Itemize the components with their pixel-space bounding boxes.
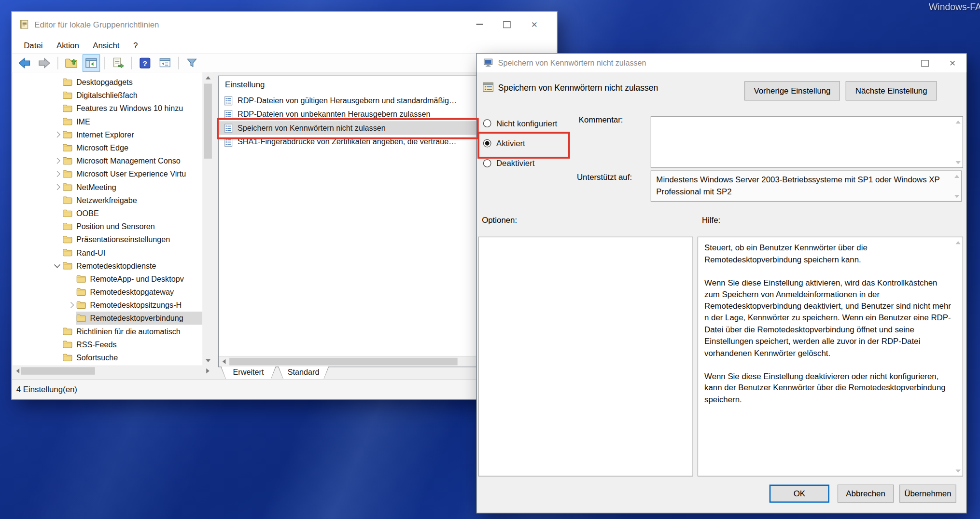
- tree-item-internet-explorer[interactable]: Internet Explorer: [13, 128, 203, 141]
- radio-label: Nicht konfiguriert: [496, 118, 557, 127]
- tree-item-highlight: Sofortsuche: [62, 351, 202, 364]
- up-folder-icon[interactable]: [62, 55, 80, 72]
- apply-button[interactable]: Übernehmen: [899, 485, 956, 503]
- close-button[interactable]: ✕: [520, 12, 548, 37]
- export-list-icon[interactable]: [110, 55, 127, 72]
- radio-circle: [483, 119, 491, 127]
- tree-item-rss-feeds[interactable]: RSS-Feeds: [13, 338, 203, 351]
- console-tree-icon[interactable]: [83, 55, 100, 72]
- tree-item-netmeeting[interactable]: NetMeeting: [13, 180, 203, 193]
- tree-item-highlight: RemoteApp- und Desktopv: [76, 272, 203, 285]
- folder-icon: [62, 341, 73, 349]
- menu-item-aktion[interactable]: Aktion: [50, 39, 86, 52]
- chevron-right-icon[interactable]: [65, 303, 76, 307]
- scroll-down-icon[interactable]: [954, 159, 963, 166]
- tree-item-item[interactable]: [13, 364, 203, 366]
- cancel-button[interactable]: Abbrechen: [838, 485, 894, 503]
- tree-item-microsoft-user-experience-virtu[interactable]: Microsoft User Experience Virtu: [13, 167, 203, 180]
- scroll-up-icon[interactable]: [952, 172, 961, 180]
- tree-item-highlight: Remotedesktopgateway: [76, 286, 203, 299]
- tree-item-highlight: OOBE: [62, 207, 202, 220]
- folder-icon: [62, 104, 73, 112]
- tree-item-digitalschließfach[interactable]: Digitalschließfach: [13, 89, 203, 102]
- tab-standard[interactable]: Standard: [278, 367, 329, 380]
- scroll-up-icon[interactable]: [202, 72, 213, 82]
- folder-icon: [76, 301, 87, 309]
- tree-horizontal-scrollbar[interactable]: [13, 366, 213, 376]
- scroll-down-icon[interactable]: [954, 467, 963, 475]
- tree-item-microsoft-management-conso[interactable]: Microsoft Management Conso: [13, 154, 203, 167]
- tree-item-remoteapp-und-desktopv[interactable]: RemoteApp- und Desktopv: [13, 272, 203, 285]
- dialog-heading: Speichern von Kennwörtern nicht zulassen: [498, 83, 658, 92]
- folder-icon: [62, 131, 73, 139]
- scroll-right-icon[interactable]: [202, 366, 213, 376]
- radio-circle: [483, 159, 491, 167]
- tree-item-richtlinien-für-die-automatisch[interactable]: Richtlinien für die automatisch: [13, 325, 203, 338]
- chevron-down-icon[interactable]: [51, 263, 62, 268]
- tree-item-microsoft-edge[interactable]: Microsoft Edge: [13, 141, 203, 154]
- tree-item-sofortsuche[interactable]: Sofortsuche: [13, 351, 203, 364]
- tree-item-highlight: [62, 364, 202, 366]
- result-pane-tabs: ErweitertStandard: [221, 367, 329, 380]
- maximize-button[interactable]: [493, 12, 520, 37]
- tree-item-remotedesktopdienste[interactable]: Remotedesktopdienste: [13, 259, 203, 272]
- comment-label: Kommentar:: [579, 115, 623, 124]
- tree-item-desktopgadgets[interactable]: Desktopgadgets: [13, 76, 203, 89]
- tree-item-netzwerkfreigabe[interactable]: Netzwerkfreigabe: [13, 193, 203, 206]
- scroll-down-icon[interactable]: [952, 192, 961, 200]
- next-setting-button[interactable]: Nächste Einstellung: [846, 81, 937, 100]
- scroll-left-icon[interactable]: [219, 356, 229, 367]
- tree-item-rand-ui[interactable]: Rand-UI: [13, 246, 203, 259]
- menu-item-help[interactable]: ?: [126, 39, 145, 52]
- tree-item-ime[interactable]: IME: [13, 115, 203, 128]
- tree-item-remotedesktopsitzungs-h[interactable]: Remotedesktopsitzungs-H: [13, 299, 203, 312]
- tree-item-label: Richtlinien für die automatisch: [76, 327, 181, 336]
- scroll-down-icon[interactable]: [202, 355, 213, 366]
- tree-vertical-scrollbar[interactable]: [202, 72, 213, 365]
- folder-icon: [62, 170, 73, 178]
- tree-item-remotedesktopverbindung[interactable]: Remotedesktopverbindung: [13, 312, 203, 325]
- help-icon[interactable]: ?: [136, 55, 154, 72]
- toolbar-separator: [131, 57, 132, 69]
- forward-arrow-icon[interactable]: [36, 55, 53, 72]
- toolbar-separator: [104, 57, 105, 69]
- chevron-right-icon[interactable]: [51, 172, 62, 176]
- radio-aktiviert[interactable]: Aktiviert: [483, 136, 525, 150]
- filter-icon[interactable]: [183, 55, 200, 72]
- dialog-close-button[interactable]: ✕: [939, 54, 966, 72]
- folder-icon: [76, 288, 87, 296]
- tree-item-remotedesktopgateway[interactable]: Remotedesktopgateway: [13, 286, 203, 299]
- scroll-up-icon[interactable]: [954, 118, 963, 126]
- dialog-maximize-button[interactable]: [911, 54, 939, 72]
- maximize-icon: [503, 21, 511, 27]
- toolbar-separator: [178, 57, 179, 69]
- scroll-up-icon[interactable]: [954, 239, 963, 246]
- comment-input[interactable]: [651, 116, 963, 168]
- minimize-button[interactable]: [466, 12, 493, 37]
- tree-item-oobe[interactable]: OOBE: [13, 207, 203, 220]
- policy-setting-icon: [224, 137, 235, 146]
- menu-item-ansicht[interactable]: Ansicht: [86, 39, 126, 52]
- chevron-right-icon[interactable]: [51, 159, 62, 163]
- scrollbar-thumb[interactable]: [21, 367, 95, 375]
- scrollbar-thumb[interactable]: [204, 83, 212, 158]
- chevron-right-icon[interactable]: [51, 132, 62, 137]
- radio-deaktiviert[interactable]: Deaktiviert: [483, 156, 535, 170]
- properties-window-icon[interactable]: [156, 55, 174, 72]
- tree-item-label: Remotedesktopdienste: [76, 261, 156, 270]
- tab-label: Standard: [279, 367, 328, 380]
- tree-item-position-und-sensoren[interactable]: Position und Sensoren: [13, 220, 203, 233]
- back-arrow-icon[interactable]: [15, 55, 33, 72]
- dialog-controls: ✕: [911, 54, 966, 72]
- chevron-right-icon[interactable]: [51, 185, 62, 189]
- scrollbar-thumb[interactable]: [229, 358, 458, 366]
- tree-item-highlight: Remotedesktopsitzungs-H: [76, 299, 203, 312]
- menu-item-datei[interactable]: Datei: [17, 39, 50, 52]
- ok-button[interactable]: OK: [770, 485, 829, 503]
- gpedit-titlebar: Editor für lokale Gruppenrichtlinien ✕: [12, 12, 557, 37]
- radio-nicht-konfiguriert[interactable]: Nicht konfiguriert: [483, 116, 557, 130]
- tree-item-präsentationseinstellungen[interactable]: Präsentationseinstellungen: [13, 233, 203, 246]
- tab-erweitert[interactable]: Erweitert: [221, 367, 276, 380]
- tree-item-features-zu-windows-10-hinzu[interactable]: Features zu Windows 10 hinzu: [13, 102, 203, 115]
- previous-setting-button[interactable]: Vorherige Einstellung: [744, 81, 840, 100]
